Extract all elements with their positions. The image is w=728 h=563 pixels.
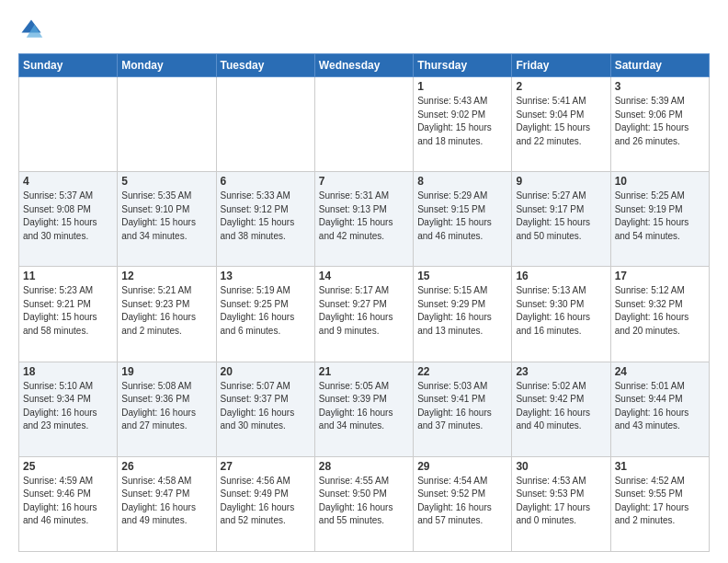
- calendar-table: SundayMondayTuesdayWednesdayThursdayFrid…: [18, 53, 710, 552]
- weekday-header: Sunday: [19, 54, 118, 77]
- weekday-header: Tuesday: [216, 54, 314, 77]
- weekday-header: Wednesday: [314, 54, 413, 77]
- day-info: Sunrise: 5:39 AM Sunset: 9:06 PM Dayligh…: [615, 95, 705, 148]
- weekday-header: Friday: [512, 54, 610, 77]
- day-number: 19: [121, 365, 211, 378]
- day-number: 28: [319, 460, 409, 473]
- day-number: 21: [319, 365, 409, 378]
- calendar-cell: 16Sunrise: 5:13 AM Sunset: 9:30 PM Dayli…: [512, 267, 610, 362]
- day-number: 3: [615, 80, 705, 93]
- calendar-cell: 2Sunrise: 5:41 AM Sunset: 9:04 PM Daylig…: [512, 77, 610, 172]
- calendar-cell: 15Sunrise: 5:15 AM Sunset: 9:29 PM Dayli…: [414, 267, 512, 362]
- calendar-page: SundayMondayTuesdayWednesdayThursdayFrid…: [0, 0, 728, 563]
- day-info: Sunrise: 5:19 AM Sunset: 9:25 PM Dayligh…: [221, 284, 311, 338]
- day-number: 8: [417, 175, 507, 188]
- day-info: Sunrise: 4:59 AM Sunset: 9:46 PM Dayligh…: [23, 475, 113, 528]
- day-number: 25: [23, 460, 113, 473]
- day-info: Sunrise: 5:08 AM Sunset: 9:36 PM Dayligh…: [121, 380, 211, 433]
- weekday-header: Monday: [118, 54, 216, 77]
- calendar-row: 18Sunrise: 5:10 AM Sunset: 9:34 PM Dayli…: [19, 362, 710, 456]
- day-info: Sunrise: 5:35 AM Sunset: 9:10 PM Dayligh…: [121, 190, 211, 243]
- day-number: 13: [221, 270, 311, 282]
- calendar-cell: [216, 77, 314, 172]
- day-info: Sunrise: 4:58 AM Sunset: 9:47 PM Dayligh…: [121, 475, 211, 528]
- day-number: 11: [23, 270, 113, 282]
- day-number: 6: [221, 175, 311, 188]
- calendar-cell: 3Sunrise: 5:39 AM Sunset: 9:06 PM Daylig…: [610, 77, 709, 172]
- calendar-cell: 5Sunrise: 5:35 AM Sunset: 9:10 PM Daylig…: [118, 172, 216, 267]
- weekday-header-row: SundayMondayTuesdayWednesdayThursdayFrid…: [19, 54, 710, 77]
- day-info: Sunrise: 5:15 AM Sunset: 9:29 PM Dayligh…: [417, 284, 507, 338]
- calendar-cell: [314, 77, 413, 172]
- calendar-cell: 21Sunrise: 5:05 AM Sunset: 9:39 PM Dayli…: [314, 362, 413, 456]
- logo-icon: [18, 17, 44, 42]
- day-number: 12: [121, 270, 211, 282]
- day-number: 9: [516, 175, 606, 188]
- day-number: 2: [516, 80, 606, 93]
- day-number: 18: [23, 365, 113, 378]
- calendar-cell: 13Sunrise: 5:19 AM Sunset: 9:25 PM Dayli…: [216, 267, 314, 362]
- day-number: 27: [221, 460, 311, 473]
- calendar-cell: [19, 77, 118, 172]
- day-number: 1: [417, 80, 507, 93]
- calendar-cell: 25Sunrise: 4:59 AM Sunset: 9:46 PM Dayli…: [19, 456, 118, 551]
- day-number: 26: [121, 460, 211, 473]
- calendar-cell: 10Sunrise: 5:25 AM Sunset: 9:19 PM Dayli…: [610, 172, 709, 267]
- day-info: Sunrise: 5:01 AM Sunset: 9:44 PM Dayligh…: [615, 380, 705, 433]
- calendar-cell: 12Sunrise: 5:21 AM Sunset: 9:23 PM Dayli…: [118, 267, 216, 362]
- calendar-cell: 30Sunrise: 4:53 AM Sunset: 9:53 PM Dayli…: [512, 456, 610, 551]
- calendar-cell: 22Sunrise: 5:03 AM Sunset: 9:41 PM Dayli…: [414, 362, 512, 456]
- day-number: 15: [417, 270, 507, 282]
- day-number: 14: [319, 270, 409, 282]
- calendar-row: 4Sunrise: 5:37 AM Sunset: 9:08 PM Daylig…: [19, 172, 710, 267]
- calendar-cell: 6Sunrise: 5:33 AM Sunset: 9:12 PM Daylig…: [216, 172, 314, 267]
- calendar-row: 25Sunrise: 4:59 AM Sunset: 9:46 PM Dayli…: [19, 456, 710, 551]
- day-info: Sunrise: 5:12 AM Sunset: 9:32 PM Dayligh…: [615, 284, 705, 338]
- calendar-row: 11Sunrise: 5:23 AM Sunset: 9:21 PM Dayli…: [19, 267, 710, 362]
- day-info: Sunrise: 5:21 AM Sunset: 9:23 PM Dayligh…: [121, 284, 211, 338]
- day-number: 4: [23, 175, 113, 188]
- calendar-row: 1Sunrise: 5:43 AM Sunset: 9:02 PM Daylig…: [19, 77, 710, 172]
- day-number: 22: [417, 365, 507, 378]
- calendar-cell: 17Sunrise: 5:12 AM Sunset: 9:32 PM Dayli…: [610, 267, 709, 362]
- calendar-cell: 27Sunrise: 4:56 AM Sunset: 9:49 PM Dayli…: [216, 456, 314, 551]
- day-info: Sunrise: 5:43 AM Sunset: 9:02 PM Dayligh…: [417, 95, 507, 148]
- calendar-cell: 1Sunrise: 5:43 AM Sunset: 9:02 PM Daylig…: [414, 77, 512, 172]
- day-number: 7: [319, 175, 409, 188]
- day-number: 30: [516, 460, 606, 473]
- calendar-cell: 11Sunrise: 5:23 AM Sunset: 9:21 PM Dayli…: [19, 267, 118, 362]
- day-info: Sunrise: 4:53 AM Sunset: 9:53 PM Dayligh…: [516, 475, 606, 528]
- calendar-cell: 20Sunrise: 5:07 AM Sunset: 9:37 PM Dayli…: [216, 362, 314, 456]
- calendar-cell: 31Sunrise: 4:52 AM Sunset: 9:55 PM Dayli…: [610, 456, 709, 551]
- day-info: Sunrise: 5:05 AM Sunset: 9:39 PM Dayligh…: [319, 380, 409, 433]
- header: [18, 17, 710, 42]
- calendar-cell: 28Sunrise: 4:55 AM Sunset: 9:50 PM Dayli…: [314, 456, 413, 551]
- day-info: Sunrise: 5:33 AM Sunset: 9:12 PM Dayligh…: [221, 190, 311, 243]
- day-number: 24: [615, 365, 705, 378]
- day-info: Sunrise: 5:23 AM Sunset: 9:21 PM Dayligh…: [23, 284, 113, 338]
- day-info: Sunrise: 4:54 AM Sunset: 9:52 PM Dayligh…: [417, 475, 507, 528]
- calendar-cell: 7Sunrise: 5:31 AM Sunset: 9:13 PM Daylig…: [314, 172, 413, 267]
- day-info: Sunrise: 5:27 AM Sunset: 9:17 PM Dayligh…: [516, 190, 606, 243]
- day-number: 16: [516, 270, 606, 282]
- day-info: Sunrise: 4:52 AM Sunset: 9:55 PM Dayligh…: [615, 475, 705, 528]
- day-info: Sunrise: 5:10 AM Sunset: 9:34 PM Dayligh…: [23, 380, 113, 433]
- day-info: Sunrise: 5:07 AM Sunset: 9:37 PM Dayligh…: [221, 380, 311, 433]
- day-number: 20: [221, 365, 311, 378]
- logo: [18, 17, 48, 42]
- calendar-cell: [118, 77, 216, 172]
- day-info: Sunrise: 5:17 AM Sunset: 9:27 PM Dayligh…: [319, 284, 409, 338]
- calendar-cell: 4Sunrise: 5:37 AM Sunset: 9:08 PM Daylig…: [19, 172, 118, 267]
- day-info: Sunrise: 5:03 AM Sunset: 9:41 PM Dayligh…: [417, 380, 507, 433]
- day-info: Sunrise: 5:29 AM Sunset: 9:15 PM Dayligh…: [417, 190, 507, 243]
- calendar-cell: 18Sunrise: 5:10 AM Sunset: 9:34 PM Dayli…: [19, 362, 118, 456]
- calendar-cell: 14Sunrise: 5:17 AM Sunset: 9:27 PM Dayli…: [314, 267, 413, 362]
- day-number: 5: [121, 175, 211, 188]
- weekday-header: Saturday: [610, 54, 709, 77]
- day-info: Sunrise: 5:37 AM Sunset: 9:08 PM Dayligh…: [23, 190, 113, 243]
- day-info: Sunrise: 5:13 AM Sunset: 9:30 PM Dayligh…: [516, 284, 606, 338]
- day-number: 29: [417, 460, 507, 473]
- day-number: 10: [615, 175, 705, 188]
- day-number: 17: [615, 270, 705, 282]
- calendar-cell: 8Sunrise: 5:29 AM Sunset: 9:15 PM Daylig…: [414, 172, 512, 267]
